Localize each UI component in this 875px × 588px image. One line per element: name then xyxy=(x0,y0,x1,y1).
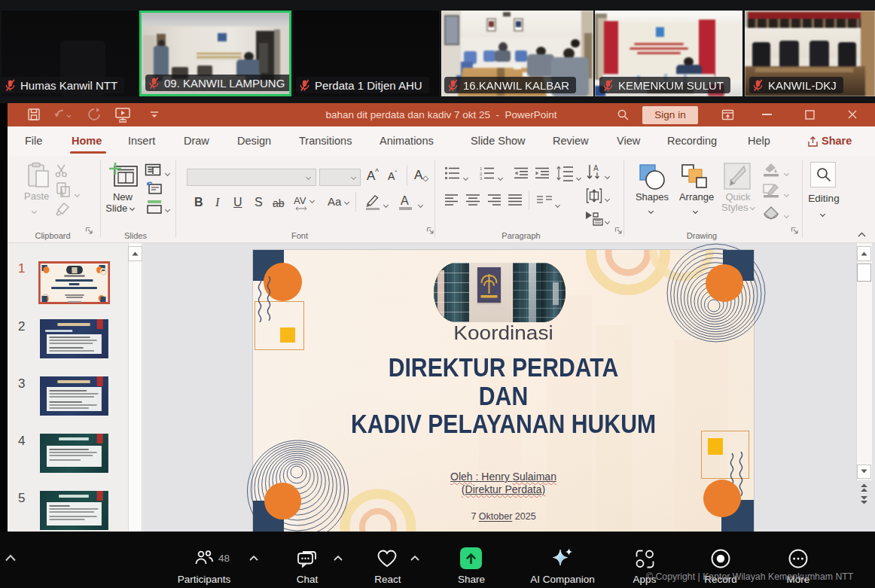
svg-text:1: 1 xyxy=(480,166,483,171)
svg-text:A: A xyxy=(593,164,599,172)
svg-text:2: 2 xyxy=(480,172,483,176)
svg-text:3: 3 xyxy=(480,176,483,180)
